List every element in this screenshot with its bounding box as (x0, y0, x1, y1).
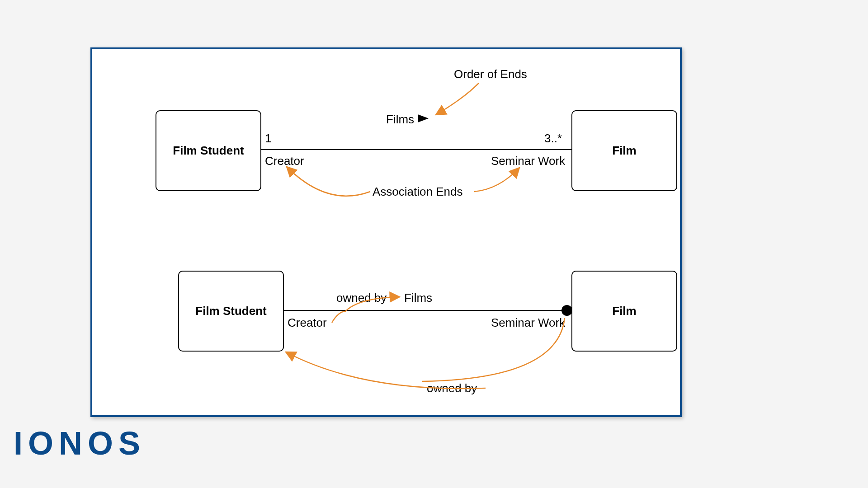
brand-logo: IONOS (14, 425, 146, 462)
diagram-frame: Film Student Film 1 3..* Creator Seminar… (90, 47, 682, 417)
arrow-owned-by-bottom (92, 49, 680, 415)
